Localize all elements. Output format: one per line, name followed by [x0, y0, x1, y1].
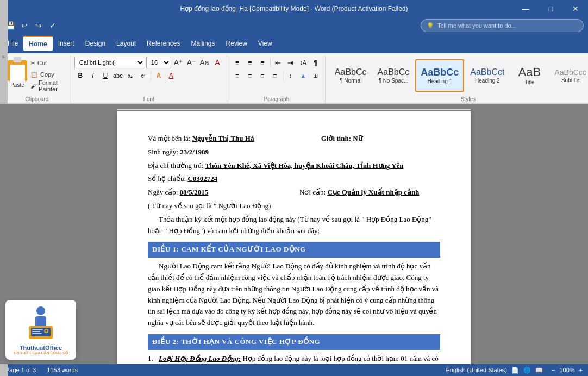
decrease-font-button[interactable]: A⁻: [185, 57, 197, 68]
paste-button[interactable]: Paste: [8, 57, 27, 91]
align-right-button[interactable]: ≡: [257, 70, 268, 82]
bold-button[interactable]: B: [74, 70, 86, 82]
style-subtitle-preview: AaBbCcc: [554, 68, 586, 76]
zoom-out-button[interactable]: −: [552, 367, 555, 373]
language-indicator: English (United States): [446, 367, 507, 373]
menu-item-home[interactable]: Home: [23, 36, 52, 51]
svg-rect-6: [32, 333, 42, 334]
menu-item-insert[interactable]: Insert: [53, 36, 80, 51]
superscript-button[interactable]: x²: [137, 70, 149, 82]
logo-subtext: TRI THỨC CỦA DÂN CÔNG SỐ: [13, 351, 68, 355]
app-window: Hợp đồng lao động_Ha [Compatibility Mode…: [0, 0, 588, 376]
show-formatting-button[interactable]: ¶: [310, 57, 322, 68]
borders-button[interactable]: ⊞: [310, 70, 322, 82]
menu-item-layout[interactable]: Layout: [111, 36, 141, 51]
format-painter-button[interactable]: 🖌 Format Painter: [28, 80, 66, 91]
svg-rect-4: [32, 329, 43, 330]
paragraph-content: ≡ ≡ ≡ ⇤ ⇥ ↕A ¶ ≡ ≡ ≡ ≡: [232, 57, 322, 102]
section1-body-text: Người Lao Động cam kết rằng Người Lao Độ…: [148, 262, 439, 327]
justify-button[interactable]: ≡: [269, 70, 281, 82]
font-color-button[interactable]: A: [165, 70, 177, 82]
passport-value: C0302724: [187, 174, 217, 183]
copy-button[interactable]: 📋 Copy: [28, 69, 66, 80]
item1-label: Loại Hợp Đồng Lao Động:: [159, 354, 241, 362]
font-size-selector[interactable]: 16: [146, 57, 171, 68]
style-normal[interactable]: AaBbCc ¶ Normal: [330, 59, 372, 92]
strikethrough-button[interactable]: abc: [112, 70, 124, 82]
doc-address-line: Địa chỉ thường trú: Thôn Yên Khê, Xã Việ…: [148, 160, 440, 172]
font-content: Calibri Light ( 16 A⁺ A⁻ Aa A B I U: [74, 57, 223, 102]
font-label: Font: [71, 96, 227, 102]
style-heading2[interactable]: AaBbCct Heading 2: [465, 59, 509, 92]
logo-area: ThuthuatOffice TRI THỨC CỦA DÂN CÔNG SỐ: [5, 300, 76, 360]
line-spacing-button[interactable]: ↕: [285, 70, 297, 82]
style-title[interactable]: AaB Title: [510, 59, 548, 92]
decrease-indent-button[interactable]: ⇤: [272, 57, 284, 68]
redo-qat-button[interactable]: ↪: [33, 20, 45, 32]
underline-button[interactable]: U: [99, 70, 111, 82]
doc-agreement-line: Thỏa thuận ký kết một hợp đồng lao động …: [148, 214, 440, 237]
menu-item-references[interactable]: References: [141, 36, 185, 51]
shading-button[interactable]: ▲: [297, 70, 309, 82]
style-title-label: Title: [524, 79, 535, 85]
clipboard-group: Paste ✂ Cut 📋 Copy 🖌 Format: [4, 55, 70, 103]
view-mode-print[interactable]: 📄: [511, 367, 519, 374]
lightbulb-icon: 💡: [427, 22, 434, 29]
ruler-arrow-right: ►: [464, 109, 469, 110]
qat-bar: 💾 ↩ ↪ ✓ 💡 Tell me what you want to do...: [0, 17, 588, 34]
format-painter-icon: 🖌: [30, 83, 36, 89]
menu-item-mailings[interactable]: Mailings: [185, 36, 220, 51]
copy-label: Copy: [40, 71, 54, 78]
menu-item-review[interactable]: Review: [220, 36, 252, 51]
status-bar: Page 1 of 3 1153 words English (United S…: [0, 364, 588, 376]
nickname-text: ( Từ nay về sau gọi là " Người Lao Động): [148, 202, 271, 210]
subscript-button[interactable]: x₂: [124, 70, 136, 82]
maximize-button[interactable]: □: [538, 0, 563, 17]
increase-indent-button[interactable]: ⇥: [285, 57, 297, 68]
menu-item-design[interactable]: Design: [80, 36, 111, 51]
ribbon-toolbar: Paste ✂ Cut 📋 Copy 🖌 Format: [4, 55, 584, 103]
document-page[interactable]: Và một bên là: Nguyễn Thị Thu Hà Giới tí…: [117, 111, 471, 364]
bullets-button[interactable]: ≡: [232, 57, 243, 68]
address-label: Địa chỉ thường trú:: [148, 161, 205, 170]
issue-place-value: Cục Quản lý Xuất nhập cảnh: [327, 188, 419, 196]
cut-button[interactable]: ✂ Cut: [28, 58, 66, 68]
style-subtitle-label: Subtitle: [561, 77, 579, 83]
change-case-button[interactable]: Aa: [198, 57, 210, 68]
view-mode-web[interactable]: 🌐: [523, 367, 531, 374]
style-h1-preview: AaBbCc: [421, 67, 459, 77]
multilevel-list-button[interactable]: ≡: [257, 57, 268, 68]
italic-button[interactable]: I: [87, 70, 99, 82]
clear-format-button[interactable]: A: [211, 57, 223, 68]
text-highlight-button[interactable]: A: [153, 70, 165, 82]
ruler: ◄ ► ·2· ·1· ·1· ·2· ·3· ·4· ·5· ·6· ·7· …: [117, 109, 471, 110]
document-scroll-area[interactable]: ◄ ► ·2· ·1· ·1· ·2· ·3· ·4· ·5· ·6· ·7· …: [0, 104, 588, 364]
font-name-selector[interactable]: Calibri Light (: [74, 57, 145, 68]
style-subtitle[interactable]: AaBbCcc Subtitle: [549, 59, 588, 92]
minimize-button[interactable]: —: [513, 0, 538, 17]
close-button[interactable]: ✕: [563, 0, 588, 17]
numbered-list-button[interactable]: ≡: [244, 57, 256, 68]
align-left-button[interactable]: ≡: [232, 70, 243, 82]
align-center-button[interactable]: ≡: [244, 70, 256, 82]
style-no-space[interactable]: AaBbCc ¶ No Spac...: [373, 59, 415, 92]
menu-item-view[interactable]: View: [253, 36, 278, 51]
undo-qat-button[interactable]: ↩: [18, 20, 30, 32]
divider2: [270, 58, 271, 67]
page-info: Page 1 of 3: [5, 367, 36, 373]
section2-title: ĐIỀU 2: THỜI HẠN VÀ CÔNG VIỆC HỢP ĐỒNG: [152, 337, 320, 346]
paragraph-group: ≡ ≡ ≡ ⇤ ⇥ ↕A ¶ ≡ ≡ ≡ ≡: [228, 55, 326, 103]
zoom-in-button[interactable]: +: [579, 367, 583, 373]
cut-label: Cut: [37, 60, 47, 66]
doc-dob-line: Sinh ngày: 23/2/1989: [148, 147, 440, 158]
style-heading1[interactable]: AaBbCc Heading 1: [415, 59, 464, 92]
style-h2-preview: AaBbCct: [470, 68, 504, 77]
list-num-1: 1.: [148, 353, 159, 364]
check-qat-button[interactable]: ✓: [47, 20, 59, 32]
view-mode-read[interactable]: 📖: [535, 367, 543, 374]
increase-font-button[interactable]: A⁺: [172, 57, 184, 68]
sort-button[interactable]: ↕A: [297, 57, 309, 68]
para-row2: ≡ ≡ ≡ ≡ ↕ ▲ ⊞: [232, 70, 322, 82]
tell-me-bar[interactable]: 💡 Tell me what you want to do...: [421, 19, 584, 32]
list-content-1: Loại Hợp Đồng Lao Động: Hợp đồng lao độn…: [159, 353, 440, 364]
